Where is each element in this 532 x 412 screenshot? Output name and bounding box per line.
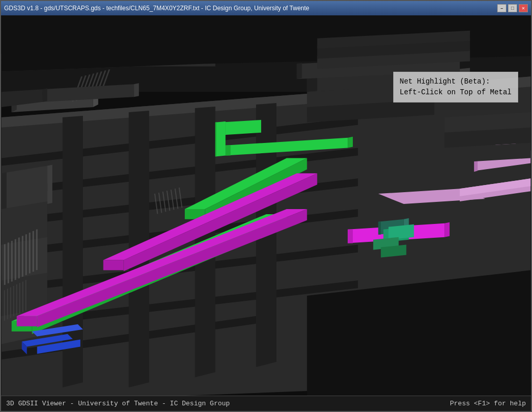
scene-canvas[interactable]: Net Highlight (Beta): Left-Click on Top … [1,15,531,396]
svg-marker-62 [220,120,261,135]
title-bar: GDS3D v1.8 - gds/UTSCRAPS.gds - techfile… [1,1,531,15]
svg-rect-36 [26,234,27,275]
svg-marker-25 [47,164,52,204]
svg-rect-113 [23,281,24,312]
svg-marker-81 [444,222,450,237]
minimize-button[interactable]: – [497,4,506,12]
svg-rect-34 [18,237,20,278]
window-controls: – □ ✕ [497,4,528,12]
net-highlight-tooltip: Net Highlight (Beta): Left-Click on Top … [393,72,518,102]
svg-rect-110 [13,286,14,317]
svg-rect-35 [22,236,24,277]
window-title: GDS3D v1.8 - gds/UTSCRAPS.gds - techfile… [4,5,309,12]
svg-marker-67 [17,316,37,326]
svg-rect-32 [11,241,13,282]
svg-marker-90 [389,224,414,240]
svg-rect-107 [4,290,5,321]
svg-marker-61 [348,137,353,148]
svg-rect-108 [7,289,8,319]
svg-rect-109 [10,287,11,318]
svg-marker-52 [297,63,302,79]
svg-rect-111 [16,284,17,315]
status-bar: 3D GDSII Viewer - University of Twente -… [1,396,531,411]
main-window: GDS3D v1.8 - gds/UTSCRAPS.gds - techfile… [0,0,532,412]
svg-marker-116 [42,88,47,102]
svg-rect-38 [32,231,34,272]
svg-marker-87 [378,222,381,235]
svg-marker-60 [225,146,230,156]
svg-rect-112 [19,283,20,314]
svg-rect-31 [8,242,9,283]
status-left: 3D GDSII Viewer - University of Twente -… [6,400,230,407]
tooltip-line2: Left-Click on Top of Metal [400,87,512,98]
svg-marker-80 [348,230,353,243]
svg-rect-39 [36,229,37,270]
tooltip-line1: Net Highlight (Beta): [400,76,512,87]
svg-marker-117 [134,83,139,97]
svg-rect-114 [26,280,27,311]
svg-marker-65 [216,122,217,157]
status-right: Press <F1> for help [450,400,526,407]
svg-marker-70 [103,260,124,270]
svg-rect-37 [29,233,30,274]
svg-rect-33 [15,239,16,280]
svg-rect-30 [4,244,6,285]
maximize-button[interactable]: □ [508,4,517,12]
svg-marker-64 [216,121,226,157]
viewport[interactable]: Net Highlight (Beta): Left-Click on Top … [1,15,531,396]
svg-marker-24 [2,172,7,212]
close-button[interactable]: ✕ [519,4,528,12]
